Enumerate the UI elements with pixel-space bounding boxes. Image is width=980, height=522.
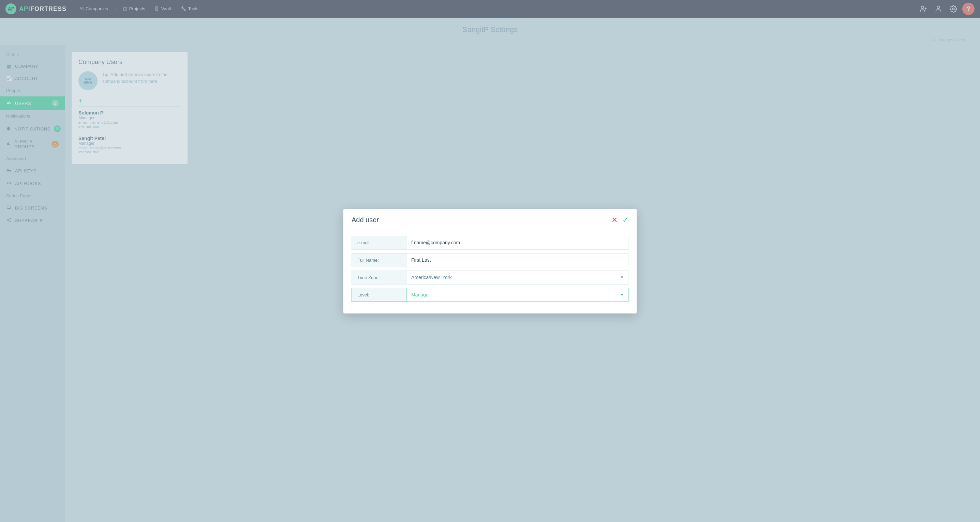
modal-header: Add user ✕ ✓ (344, 209, 636, 230)
level-label: Level: (352, 288, 406, 301)
timezone-select[interactable]: America/New_York America/Los_Angeles UTC… (406, 271, 628, 284)
add-user-modal: Add user ✕ ✓ e-mail: Full Name: Time Zon… (344, 209, 636, 314)
fullname-form-row: Full Name: (352, 253, 628, 267)
email-label: e-mail: (352, 236, 406, 249)
level-select[interactable]: Manager Developer Admin Viewer (406, 289, 628, 301)
level-select-wrapper: Manager Developer Admin Viewer ▼ (406, 289, 628, 301)
level-form-row: Level: Manager Developer Admin Viewer ▼ (352, 288, 628, 302)
modal-overlay: Add user ✕ ✓ e-mail: Full Name: Time Zon… (0, 0, 980, 522)
modal-confirm-button[interactable]: ✓ (622, 216, 628, 225)
email-form-row: e-mail: (352, 236, 628, 250)
modal-form: e-mail: Full Name: Time Zone: America/Ne… (344, 230, 636, 314)
email-input[interactable] (406, 236, 628, 249)
timezone-form-row: Time Zone: America/New_York America/Los_… (352, 271, 628, 284)
fullname-input[interactable] (406, 254, 628, 266)
fullname-label: Full Name: (352, 254, 406, 267)
timezone-select-wrapper: America/New_York America/Los_Angeles UTC… (406, 271, 628, 284)
timezone-label: Time Zone: (352, 271, 406, 284)
modal-cancel-button[interactable]: ✕ (611, 216, 617, 225)
modal-actions: ✕ ✓ (611, 216, 628, 225)
modal-title: Add user (352, 216, 379, 224)
